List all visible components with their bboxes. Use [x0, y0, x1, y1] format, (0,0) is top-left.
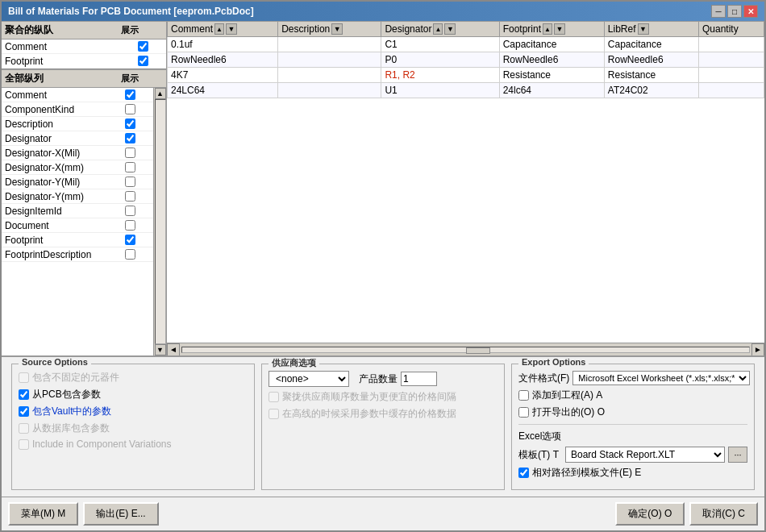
source-opt-row-4: Include in Component Variations: [19, 438, 248, 450]
source-opt-check-0[interactable]: [19, 372, 29, 383]
footprint-sort-btn[interactable]: ▲: [543, 23, 552, 35]
all-designator-checkbox[interactable]: [125, 133, 135, 143]
footprint-filter-btn[interactable]: ▼: [554, 23, 565, 35]
all-col-document[interactable]: Document: [2, 218, 153, 233]
table-row[interactable]: RowNeedle6 P0 RowNeedle6 RowNeedle6: [168, 52, 764, 68]
close-button[interactable]: ✕: [743, 5, 758, 18]
export-add-project-check[interactable]: [518, 390, 529, 401]
ok-button[interactable]: 确定(O) O: [615, 502, 685, 526]
minimize-button[interactable]: ─: [711, 5, 726, 18]
all-footprintdesc-checkbox[interactable]: [125, 249, 135, 260]
all-comment-checkbox[interactable]: [125, 89, 135, 100]
th-comment-label: Comment: [171, 23, 213, 35]
scroll-track-v[interactable]: [155, 99, 166, 344]
relative-path-label[interactable]: 相对路径到模板文件(E) E: [518, 466, 641, 480]
source-opt-label-0[interactable]: 包含不固定的元器件: [19, 371, 119, 384]
scroll-up-btn[interactable]: ▲: [155, 88, 166, 99]
comment-sort-btn[interactable]: ▲: [214, 23, 224, 35]
export-button[interactable]: 输出(E) E...: [83, 502, 158, 526]
source-opt-label-2[interactable]: 包含Vault中的参数: [19, 405, 111, 418]
table-row[interactable]: 24LC64 U1 24lc64 AT24C02: [168, 83, 764, 98]
all-designitemid-checkbox[interactable]: [125, 206, 135, 216]
excel-section: Excel选项 模板(T) T Board Stack Report.XLT ·…: [518, 424, 747, 480]
scroll-left-btn[interactable]: ◄: [167, 343, 180, 356]
all-col-designator-xmm[interactable]: Designator-X(mm): [2, 160, 153, 175]
all-col-designator[interactable]: Designator: [2, 131, 153, 146]
all-footprint-checkbox[interactable]: [125, 235, 135, 245]
grouped-footprint-checkbox[interactable]: [138, 56, 148, 66]
all-col-designator-xmil[interactable]: Designator-X(Mil): [2, 146, 153, 160]
supply-opt-label-1[interactable]: 在高线的时候采用参数中缓存的价格数据: [269, 407, 456, 421]
all-col-designator-ymil[interactable]: Designator-Y(Mil): [2, 175, 153, 189]
template-browse-btn[interactable]: ···: [728, 447, 747, 463]
th-quantity-label: Quantity: [702, 23, 739, 35]
all-componentkind-checkbox[interactable]: [125, 104, 135, 114]
table-container[interactable]: Comment ▲ ▼ Description ▼: [167, 21, 764, 343]
source-opt-check-3[interactable]: [19, 423, 29, 434]
table-row[interactable]: 4K7 R1, R2 Resistance Resistance: [168, 68, 764, 83]
scroll-track-h[interactable]: [181, 347, 750, 353]
export-format-select[interactable]: Microsoft Excel Worksheet (*.xls;*.xlsx;…: [572, 371, 750, 385]
grouped-item-comment-check[interactable]: [123, 41, 163, 52]
all-col-footprintdesc[interactable]: FootprintDescription: [2, 247, 153, 262]
all-col-comment[interactable]: Comment: [2, 88, 153, 102]
cell-designator: P0: [381, 52, 499, 68]
all-designator-xmil-checkbox[interactable]: [125, 148, 135, 158]
all-col-componentkind[interactable]: ComponentKind: [2, 102, 153, 117]
grouped-item-footprint-check[interactable]: [123, 56, 163, 66]
left-panels: 聚合的纵队 展示 Comment Footprint: [2, 21, 167, 355]
description-filter-btn[interactable]: ▼: [331, 23, 343, 35]
source-opt-label-1[interactable]: 从PCB包含参数: [19, 388, 101, 401]
supply-opt-text-1: 在高线的时候采用参数中缓存的价格数据: [282, 407, 456, 421]
all-col-designitemid[interactable]: DesignItemId: [2, 204, 153, 218]
th-description[interactable]: Description ▼: [278, 22, 381, 37]
supply-opt-check-0[interactable]: [269, 392, 279, 402]
all-designator-ymm-checkbox[interactable]: [125, 191, 135, 202]
template-select[interactable]: Board Stack Report.XLT: [565, 447, 725, 463]
all-description-checkbox[interactable]: [125, 118, 135, 129]
supply-qty-input[interactable]: [401, 372, 437, 386]
supply-opt-label-0[interactable]: 聚拢供应商顺序数量为更便宜的价格间隔: [269, 390, 456, 404]
grouped-comment-checkbox[interactable]: [138, 41, 148, 52]
all-document-checkbox[interactable]: [125, 220, 135, 231]
source-opt-check-2[interactable]: [19, 406, 29, 417]
export-add-project-label[interactable]: 添加到工程(A) A: [518, 389, 602, 402]
all-col-description[interactable]: Description: [2, 117, 153, 131]
th-footprint[interactable]: Footprint ▲ ▼: [499, 22, 604, 37]
horizontal-scrollbar[interactable]: ◄ ►: [167, 343, 764, 355]
cell-quantity: [699, 52, 764, 68]
maximize-button[interactable]: □: [727, 5, 742, 18]
scroll-right-btn[interactable]: ►: [751, 343, 764, 356]
source-opt-check-1[interactable]: [19, 389, 29, 400]
th-designator-label: Designator: [385, 23, 431, 35]
cancel-button[interactable]: 取消(C) C: [689, 502, 758, 526]
grouped-item-comment[interactable]: Comment: [2, 39, 166, 54]
scroll-thumb-h[interactable]: [466, 347, 490, 354]
vertical-scrollbar[interactable]: ▲ ▼: [153, 88, 166, 355]
grouped-item-footprint[interactable]: Footprint: [2, 54, 166, 69]
designator-filter-btn[interactable]: ▼: [444, 23, 456, 35]
th-designator[interactable]: Designator ▲ ▼: [381, 22, 499, 37]
all-col-footprint[interactable]: Footprint: [2, 233, 153, 247]
export-open-exported-label[interactable]: 打开导出的(O) O: [518, 405, 605, 419]
table-row[interactable]: 0.1uf C1 Capacitance Capacitance: [168, 37, 764, 52]
relative-path-check[interactable]: [518, 468, 529, 478]
source-opt-label-3[interactable]: 从数据库包含参数: [19, 422, 110, 435]
designator-sort-btn[interactable]: ▲: [433, 23, 443, 35]
scroll-down-btn[interactable]: ▼: [155, 344, 166, 355]
source-opt-check-4[interactable]: [19, 439, 29, 450]
supplier-select[interactable]: <none>: [269, 371, 349, 387]
th-libref[interactable]: LibRef ▼: [604, 22, 698, 37]
comment-filter-btn[interactable]: ▼: [226, 23, 237, 35]
all-designator-ymil-checkbox[interactable]: [125, 177, 135, 187]
all-col-footprint-label: Footprint: [5, 235, 110, 246]
th-comment[interactable]: Comment ▲ ▼: [168, 22, 278, 37]
source-opt-label-4[interactable]: Include in Component Variations: [19, 438, 172, 450]
all-col-designator-ymm[interactable]: Designator-Y(mm): [2, 189, 153, 204]
export-open-exported-check[interactable]: [518, 407, 529, 418]
supply-opt-check-1[interactable]: [269, 409, 279, 419]
supply-options-panel: 供应商选项 <none> 产品数量 聚拢供应商顺序数量为更便宜的价格间隔: [261, 364, 505, 490]
menu-button[interactable]: 菜单(M) M: [8, 502, 78, 526]
all-designator-xmm-checkbox[interactable]: [125, 162, 135, 172]
libref-filter-btn[interactable]: ▼: [638, 23, 649, 35]
